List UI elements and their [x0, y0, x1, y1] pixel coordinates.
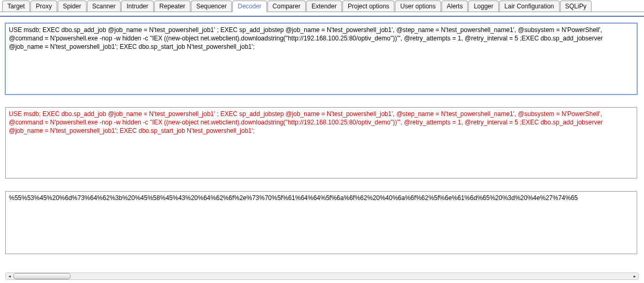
tab-logger[interactable]: Logger — [468, 1, 498, 12]
tab-label: Extender — [312, 3, 337, 10]
tab-label: Intruder — [126, 3, 148, 10]
tab-repeater[interactable]: Repeater — [154, 1, 190, 12]
tab-label: Alerts — [447, 3, 463, 10]
tab-sequencer[interactable]: Sequencer — [191, 1, 232, 12]
tab-user-options[interactable]: User options — [395, 1, 441, 12]
tab-label: Proxy — [36, 3, 52, 10]
tab-label: Project options — [348, 3, 389, 10]
decoder-content: USE msdb; EXEC dbo.sp_add_job @job_name … — [0, 17, 644, 254]
scroll-right-arrow-icon[interactable]: ▸ — [631, 273, 638, 279]
tab-proxy[interactable]: Proxy — [30, 1, 57, 12]
tab-project-options[interactable]: Project options — [342, 1, 394, 12]
horizontal-scrollbar[interactable]: ◂ ▸ — [5, 272, 639, 280]
tab-label: Lair Configuration — [505, 3, 554, 10]
tab-target[interactable]: Target — [2, 1, 30, 12]
tabbar-underline — [0, 12, 644, 17]
tab-extender[interactable]: Extender — [306, 1, 342, 12]
decoder-output-pane[interactable]: %55%53%45%20%6d%73%64%62%3b%20%45%58%45%… — [5, 191, 637, 254]
tab-intruder[interactable]: Intruder — [121, 1, 153, 12]
decoder-input-pane[interactable]: USE msdb; EXEC dbo.sp_add_job @job_name … — [5, 23, 637, 95]
tab-label: Repeater — [159, 3, 185, 10]
scroll-track[interactable] — [13, 273, 631, 279]
scroll-left-arrow-icon[interactable]: ◂ — [6, 273, 13, 279]
tab-sqlipy[interactable]: SQLiPy — [560, 1, 592, 12]
tab-label: Decoder — [238, 3, 261, 10]
tab-label: Comparer — [273, 3, 300, 10]
tab-spider[interactable]: Spider — [58, 1, 87, 12]
tab-label: SQLiPy — [565, 3, 587, 10]
tab-label: Scanner — [92, 3, 116, 10]
tab-lair-configuration[interactable]: Lair Configuration — [499, 1, 560, 12]
tab-label: Sequencer — [196, 3, 227, 10]
tab-label: User options — [400, 3, 435, 10]
scroll-thumb[interactable] — [13, 273, 71, 279]
decoder-middle-pane[interactable]: USE msdb; EXEC dbo.sp_add_job @job_name … — [5, 107, 637, 179]
main-tabbar: Target Proxy Spider Scanner Intruder Rep… — [0, 0, 644, 12]
tab-alerts[interactable]: Alerts — [442, 1, 468, 12]
tab-scanner[interactable]: Scanner — [87, 1, 121, 12]
tab-label: Spider — [63, 3, 81, 10]
tab-label: Logger — [474, 3, 493, 10]
tab-label: Target — [7, 3, 25, 10]
tab-comparer[interactable]: Comparer — [267, 1, 306, 12]
tab-decoder[interactable]: Decoder — [232, 1, 266, 12]
